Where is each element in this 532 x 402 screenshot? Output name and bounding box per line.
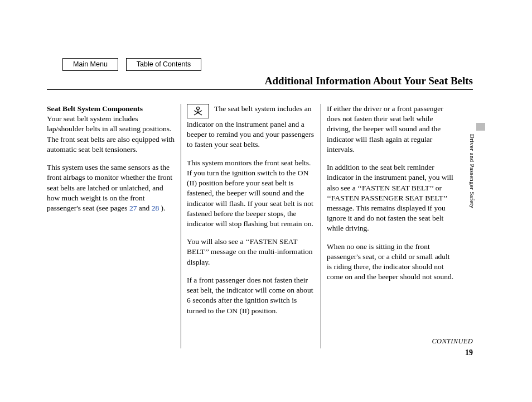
nav-buttons: Main Menu Table of Contents [62, 58, 201, 71]
para-driving-beeper: If either the driver or a front passenge… [327, 104, 455, 155]
para-message: You will also see a ‘‘FASTEN SEAT BELT’’… [187, 237, 315, 267]
page-link-27[interactable]: 27 [129, 204, 137, 212]
page-number: 19 [465, 348, 473, 358]
body-text: Your seat belt system includes lap/shoul… [47, 114, 175, 154]
column-2: The seat belt system includes an indicat… [181, 104, 321, 348]
page-link-28[interactable]: 28 [152, 204, 159, 212]
svg-point-0 [197, 107, 200, 110]
page-title: Additional Information About Your Seat B… [265, 74, 473, 88]
para-components: Seat Belt System Components Your seat be… [47, 104, 175, 155]
section-tab-mark [476, 123, 485, 131]
subheading-components: Seat Belt System Components [47, 104, 143, 113]
continued-label: CONTINUED [432, 337, 473, 346]
seatbelt-indicator-icon [187, 104, 209, 118]
title-rule [47, 89, 473, 90]
para-no-passenger: When no one is sitting in the front pass… [327, 242, 455, 283]
toc-button[interactable]: Table of Contents [126, 58, 201, 71]
para-indicator: The seat belt system includes an indicat… [187, 104, 315, 150]
para-sensors: This system uses the same sensors as the… [47, 162, 175, 213]
column-3: If either the driver or a front passenge… [321, 104, 455, 348]
para-monitors: This system monitors the front seat belt… [187, 158, 315, 229]
body-text: ). [159, 204, 165, 212]
body-text: and [137, 204, 151, 212]
para-passenger-delay: If a front passenger does not fasten the… [187, 275, 315, 316]
manual-page: Main Menu Table of Contents Additional I… [0, 0, 532, 402]
main-menu-button[interactable]: Main Menu [62, 58, 118, 71]
para-reminder-message: In addition to the seat belt reminder in… [327, 162, 455, 234]
content-columns: Seat Belt System Components Your seat be… [47, 104, 455, 348]
section-side-label: Driver and Passenger Safety [468, 134, 476, 208]
column-1: Seat Belt System Components Your seat be… [47, 104, 181, 348]
